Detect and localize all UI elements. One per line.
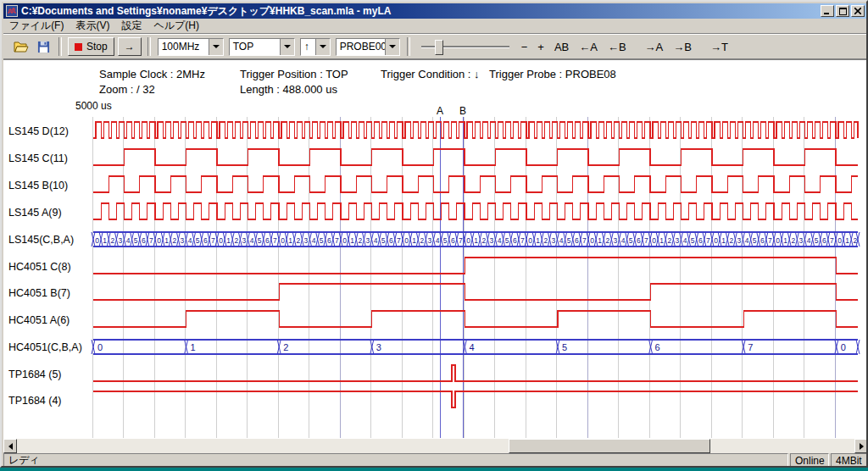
minimize-button[interactable] [821,5,834,17]
zoom-slider[interactable] [421,37,509,56]
save-button[interactable] [32,36,54,57]
channel-label: HC4051 C(8) [8,261,71,273]
bus-value: 2 [172,236,176,245]
bus-value: 7 [211,236,215,245]
goto-cursor-b-right-button[interactable]: →B [668,37,697,56]
bus-value: 4 [469,342,474,352]
bus-value: 5 [320,236,324,245]
bus-value: 3 [737,236,742,245]
bus-value: 2 [110,236,114,245]
bus-value: 0 [281,236,285,245]
bus-value: 6 [822,236,826,245]
bus-value: 0 [219,236,223,245]
status-ready: レディ [3,453,788,468]
zoom-text: Zoom : / 32 [99,83,155,96]
menu-view[interactable]: 表示(V) [70,18,115,34]
goto-cursor-b-left-button[interactable]: ←B [603,37,632,56]
bus-value: 7 [335,236,339,245]
bus-value: 4 [436,236,440,245]
bus-value: 6 [203,236,208,245]
bus-value: 5 [381,236,386,245]
ab-cursors-button[interactable]: AB [549,37,574,56]
stop-button[interactable]: Stop [68,37,114,56]
bus-value: 0 [97,342,103,352]
dropdown-button[interactable] [315,39,330,55]
scrollbar-thumb[interactable] [509,439,710,453]
dropdown-button[interactable] [209,39,223,55]
open-file-button[interactable] [10,36,32,57]
menu-settings[interactable]: 設定 [115,18,147,34]
waveform-strobe [93,122,858,138]
scroll-left-button[interactable] [3,439,17,453]
maximize-button[interactable] [836,5,849,17]
bus-value: 2 [729,236,733,245]
goto-cursor-a-left-button[interactable]: ←A [574,37,603,56]
bus-value: 4 [807,236,811,245]
bus-value: 6 [637,236,641,245]
bus-value: 5 [691,236,695,245]
bus-value: 4 [621,236,626,245]
zoom-out-button[interactable]: − [516,37,533,56]
bus-value: 0 [528,236,532,245]
bus-value: 5 [567,236,571,245]
channel-label: LS145(C,B,A) [8,234,74,246]
chevron-down-icon [389,45,396,52]
close-icon [854,8,861,14]
zoom-slider-thumb[interactable] [435,40,443,55]
bus-value: 1 [783,236,787,245]
bus-value: 5 [196,236,200,245]
bus-value: 3 [799,236,804,245]
trigger-edge-select[interactable]: ↑ [300,38,331,56]
probe-select[interactable]: PROBE00 [336,38,400,56]
close-button[interactable] [851,5,865,17]
bus-value: 0 [652,236,656,245]
bus-value: 1 [288,236,292,245]
menu-help[interactable]: ヘルプ(H) [147,18,205,34]
bus-value: 1 [598,236,602,245]
toolbar-separator [407,37,410,56]
bus-value: 6 [327,236,331,245]
bus-value: 5 [562,342,567,352]
bus-value: 1 [536,236,540,245]
goto-cursor-a-right-button[interactable]: →A [640,37,669,56]
bus-value: 0 [841,342,846,352]
waveform-plot[interactable]: Sample Clock : 2MHz Trigger Position : T… [3,60,868,440]
bus-value: 1 [103,236,107,245]
bus-value: 3 [181,236,185,245]
trigger-edge-value: ↑ [301,41,315,53]
run-button[interactable]: → [118,37,142,56]
floppy-disk-icon [37,41,50,53]
bus-value: 3 [676,236,680,245]
bus-value: 7 [273,236,277,245]
status-memory: 4MBit [831,453,868,468]
bus-value: 5 [815,236,819,245]
bus-value: 2 [481,236,486,245]
goto-trigger-button[interactable]: →T [705,37,733,56]
channel-label: TP1684 (4) [8,395,62,407]
bus-value: 3 [552,236,556,245]
bus-value: 1 [350,236,354,245]
channel-label: LS145 A(9) [8,207,62,219]
menu-file[interactable]: ファイル(F) [3,18,70,34]
bus-value: 7 [748,342,753,352]
dropdown-button[interactable] [280,39,294,55]
bus-value: 3 [614,236,618,245]
channel-label: LS145 C(11) [8,152,68,164]
horizontal-scrollbar[interactable] [3,439,868,453]
bus-value: 4 [126,236,131,245]
cursor-b-label: B [459,105,466,117]
bus-value: 4 [745,236,749,245]
bus-value: 2 [234,236,238,245]
waveform-bit [93,149,858,165]
bus-value: 7 [644,236,648,245]
zoom-in-button[interactable]: + [532,37,549,56]
arrow-right-icon [860,443,864,450]
scroll-right-button[interactable] [854,439,868,453]
bus-value: 2 [358,236,362,245]
dropdown-button[interactable] [385,39,399,55]
bus-value: 5 [753,236,757,245]
sample-rate-select[interactable]: 100MHz [158,38,224,56]
bus-value: 0 [714,236,718,245]
trigger-position-select[interactable]: TOP [229,38,295,56]
bus-crossings [92,340,860,354]
